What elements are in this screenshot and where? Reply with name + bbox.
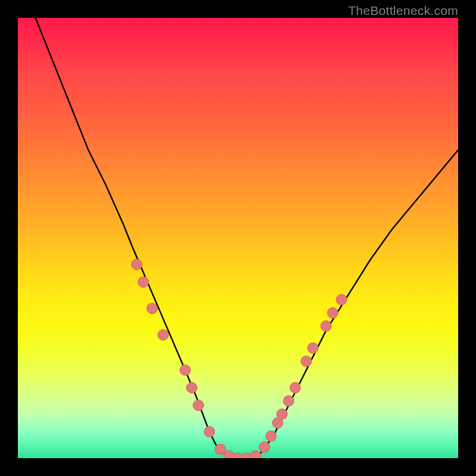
curve-marker <box>336 295 347 305</box>
curve-marker <box>131 259 142 270</box>
curve-marker <box>215 444 226 455</box>
curve-marker <box>266 431 277 441</box>
curve-marker <box>186 383 197 393</box>
curve-marker <box>259 442 270 453</box>
chart-plot-area <box>18 18 458 458</box>
chart-svg <box>18 18 458 458</box>
curve-markers <box>131 259 347 458</box>
curve-marker <box>250 450 261 458</box>
curve-marker <box>321 321 331 331</box>
curve-marker <box>180 365 190 375</box>
curve-marker <box>204 427 215 437</box>
curve-marker <box>308 343 318 353</box>
curve-marker <box>327 308 338 318</box>
curve-marker <box>283 396 294 406</box>
curve-marker <box>277 409 287 419</box>
curve-marker <box>290 383 300 393</box>
curve-marker <box>301 356 312 367</box>
attribution-label: TheBottleneck.com <box>348 4 458 18</box>
curve-marker <box>147 303 158 314</box>
curve-marker <box>138 277 149 287</box>
curve-marker <box>193 400 203 411</box>
bottleneck-curve <box>36 18 458 458</box>
curve-marker <box>158 330 168 340</box>
